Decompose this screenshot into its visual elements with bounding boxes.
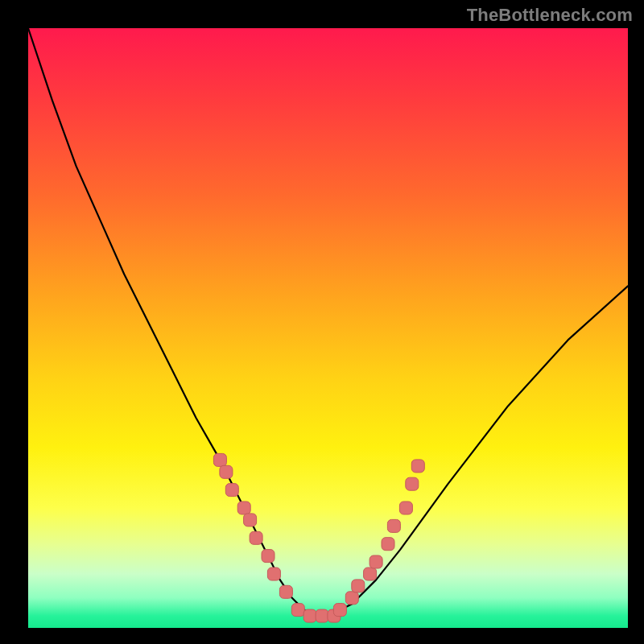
curve-marker [220, 465, 233, 478]
curve-marker [262, 550, 275, 563]
curve-marker [369, 555, 382, 568]
curve-marker [244, 514, 257, 526]
curve-marker [387, 519, 400, 532]
curve-marker [237, 502, 250, 514]
curve-marker [411, 460, 424, 473]
curve-marker [279, 585, 292, 598]
curve-markers [213, 453, 424, 622]
curve-marker [382, 538, 394, 551]
curve-marker [352, 580, 365, 592]
curve-marker [267, 568, 280, 580]
curve-marker [406, 477, 419, 490]
curve-marker [364, 568, 377, 580]
watermark-text: TheBottleneck.com [467, 5, 633, 26]
chart-frame: TheBottleneck.com [0, 0, 644, 644]
curve-marker [333, 604, 346, 617]
curve-marker [399, 502, 412, 514]
curve-marker [345, 592, 358, 605]
curve-marker [316, 609, 328, 622]
chart-svg [28, 28, 628, 628]
curve-marker [250, 531, 262, 544]
curve-marker [213, 453, 226, 466]
curve-marker [303, 609, 316, 622]
bottleneck-curve [28, 28, 628, 616]
curve-marker [225, 484, 238, 497]
curve-marker [291, 604, 304, 617]
chart-plot-area [28, 28, 628, 628]
